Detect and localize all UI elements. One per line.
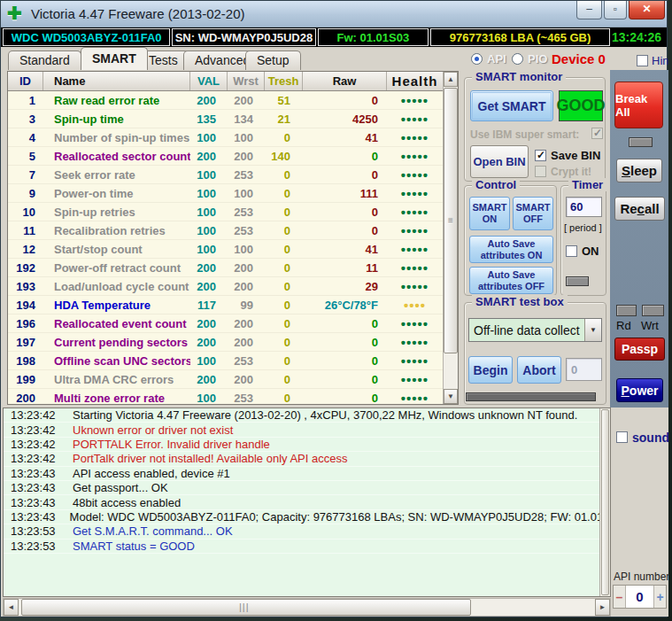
column-header-health[interactable]: Health	[387, 72, 443, 90]
table-row[interactable]: 1 Raw read error rate 200 200 51 0 •••••	[8, 91, 443, 110]
column-header-raw[interactable]: Raw	[303, 72, 387, 90]
test-count-field: 0	[566, 358, 602, 381]
tab-setup[interactable]: Setup	[245, 50, 301, 70]
smart-status-badge: GOOD	[559, 90, 603, 121]
autosave-attributes-on-button[interactable]: Auto Save attributes ON	[469, 236, 553, 263]
health-dots: •••••	[387, 205, 443, 220]
health-dots: •••••	[387, 242, 443, 257]
log-horizontal-scrollbar[interactable]: ◄ ||| ►	[3, 598, 611, 617]
column-header-name[interactable]: Name	[43, 72, 190, 90]
maximize-button[interactable]: ▫	[604, 1, 627, 19]
table-vertical-scrollbar[interactable]: ▲ ≡ ▼	[443, 72, 458, 404]
log-line: 13:23:42 Starting Victoria 4.47 Freeware…	[4, 408, 610, 423]
health-dots: •••••	[387, 372, 443, 387]
tab-bar: Standard SMART Tests Advanced Setup API …	[1, 47, 667, 70]
log-area: 13:23:42 Starting Victoria 4.47 Freeware…	[3, 408, 611, 597]
smart-on-button[interactable]: SMART ON	[469, 197, 510, 230]
log-line: 13:23:53 Get S.M.A.R.T. command... OK	[4, 524, 610, 539]
log-line: 13:23:42 PORTTALK Error. Invalid driver …	[4, 438, 610, 452]
table-row[interactable]: 198 Offline scan UNC sectors 100 253 0 0…	[8, 352, 443, 370]
action-sidebar: Break All Sleep Recall Rd Wrt Passp Powe…	[610, 70, 668, 408]
timer-on-checkbox[interactable]	[566, 245, 577, 257]
table-row[interactable]: 196 Reallocated event count 200 200 0 0 …	[8, 314, 443, 333]
health-dots: •••••	[387, 223, 443, 238]
scroll-up-icon[interactable]: ▲	[444, 72, 458, 87]
table-row[interactable]: 193 Load/unload cycle count 200 200 0 29…	[8, 277, 443, 296]
scroll-right-icon[interactable]: ►	[595, 599, 610, 616]
table-row[interactable]: 11 Recalibration retries 100 253 0 0 •••…	[8, 221, 443, 240]
api-radio-label: API	[487, 52, 506, 66]
table-row[interactable]: 197 Current pending sectors 200 200 0 0 …	[8, 333, 443, 352]
timer-period-input[interactable]	[566, 197, 602, 217]
column-header-val[interactable]: VAL	[190, 72, 228, 90]
hints-option[interactable]: Hints	[637, 52, 668, 68]
table-row[interactable]: 3 Spin-up time 135 134 21 4250 •••••	[8, 110, 443, 128]
health-dots: •••••	[387, 167, 443, 182]
tab-smart[interactable]: SMART	[81, 47, 148, 70]
scroll-left-icon[interactable]: ◄	[4, 599, 19, 616]
window-title: Victoria 4.47 Freeware (2013-02-20)	[31, 6, 245, 21]
table-row[interactable]: 192 Power-off retract count 200 200 0 11…	[8, 259, 443, 277]
open-bin-button[interactable]: Open BIN	[470, 145, 529, 178]
ibm-super-smart-option: Use IBM super smart:	[470, 128, 603, 141]
table-row[interactable]: 199 Ultra DMA CRC errors 200 200 0 0 •••…	[8, 370, 443, 389]
smart-monitor-group: SMART monitor Get SMART GOOD Use IBM sup…	[464, 77, 606, 182]
autosave-attributes-off-button[interactable]: Auto Save attributes OFF	[469, 267, 553, 294]
control-panel: SMART monitor Get SMART GOOD Use IBM sup…	[460, 70, 610, 408]
health-dots: •••••	[387, 279, 443, 294]
health-dots: •••••	[387, 316, 443, 331]
timer-on-option[interactable]: ON	[566, 243, 599, 259]
drive-model: WDC WD5003ABYZ-011FA0	[3, 28, 170, 46]
app-icon: ✚	[7, 4, 25, 22]
log-line: 13:23:43 API access enabled, device #1	[4, 467, 610, 481]
table-scrollbar-thumb[interactable]: ≡	[444, 88, 458, 353]
timer-on-label: ON	[582, 245, 599, 258]
sleep-button[interactable]: Sleep	[616, 159, 662, 182]
column-header-wrst[interactable]: Wrst	[228, 72, 265, 90]
test-type-dropdown[interactable]: Off-line data collect ▼	[468, 318, 602, 342]
hints-checkbox[interactable]	[637, 55, 648, 66]
save-bin-checkbox[interactable]	[535, 150, 546, 161]
log-scrollbar-thumb[interactable]	[601, 409, 609, 595]
table-row[interactable]: 12 Start/stop count 100 100 0 41 •••••	[8, 240, 443, 259]
table-row[interactable]: 5 Reallocated sector count 200 200 140 0…	[8, 147, 443, 166]
table-row[interactable]: 200 Multi zone error rate 100 253 0 0 ••…	[8, 389, 443, 404]
get-smart-button[interactable]: Get SMART	[470, 90, 553, 121]
api-number-stepper: – 0 +	[613, 585, 667, 609]
smart-off-button[interactable]: SMART OFF	[513, 197, 553, 230]
title-bar[interactable]: ✚ Victoria 4.47 Freeware (2013-02-20) – …	[1, 1, 667, 27]
timer-group: Timer [ period ] ON	[560, 185, 606, 296]
sound-option[interactable]: sound	[616, 429, 669, 445]
health-dots: •••••	[387, 93, 443, 108]
plus-icon[interactable]: +	[653, 586, 666, 608]
power-button[interactable]: Power	[616, 378, 663, 402]
api-radio[interactable]	[471, 53, 483, 65]
column-header-id[interactable]: ID	[8, 72, 43, 90]
write-led-label: Wrt	[641, 319, 659, 332]
table-row[interactable]: 4 Number of spin-up times 100 100 0 41 •…	[8, 128, 443, 147]
passport-button[interactable]: Passp	[614, 338, 665, 361]
sound-checkbox[interactable]	[616, 431, 628, 443]
table-row[interactable]: 7 Seek error rate 100 253 0 0 •••••	[8, 166, 443, 184]
log-vertical-scrollbar[interactable]	[599, 408, 610, 596]
pio-radio[interactable]	[512, 53, 523, 65]
scroll-down-icon[interactable]: ▼	[444, 389, 458, 404]
column-header-tresh[interactable]: Tresh	[265, 72, 303, 90]
break-all-button[interactable]: Break All	[614, 82, 663, 128]
table-row[interactable]: 9 Power-on time 100 100 0 111 •••••	[8, 184, 443, 203]
log-scrollbar-thumb-horizontal[interactable]: |||	[21, 599, 471, 616]
table-row[interactable]: 10 Spin-up retries 100 253 0 0 •••••	[8, 203, 443, 221]
close-button[interactable]: ✕	[629, 1, 665, 19]
minus-icon[interactable]: –	[614, 586, 626, 608]
drive-capacity: 976773168 LBA (~465 GB)	[430, 28, 610, 46]
begin-button[interactable]: Begin	[468, 356, 513, 384]
tab-standard[interactable]: Standard	[8, 50, 81, 70]
table-row[interactable]: 194 HDA Temperature 117 99 0 26°C/78°F •…	[8, 296, 443, 314]
save-bin-option[interactable]: Save BIN	[535, 148, 600, 162]
chevron-down-icon[interactable]: ▼	[584, 319, 601, 341]
log-line: 13:23:42 Uknown error or driver not exis…	[4, 423, 610, 437]
minimize-button[interactable]: –	[576, 1, 602, 19]
recall-button[interactable]: Recall	[614, 197, 665, 221]
abort-button[interactable]: Abort	[517, 356, 561, 384]
drive-serial: SN: WD-WMAYP0J5UD28	[172, 28, 315, 46]
